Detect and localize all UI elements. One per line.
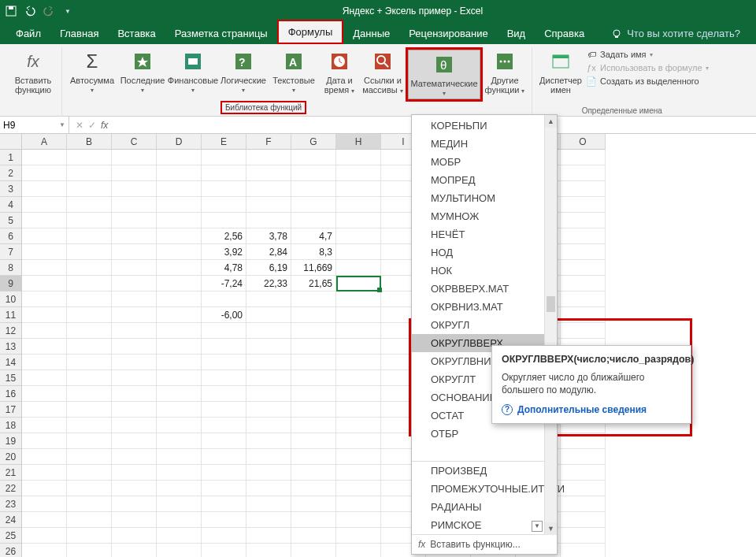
cell-G18[interactable] <box>291 418 336 433</box>
cell-D26[interactable] <box>157 544 202 557</box>
cell-G12[interactable] <box>291 323 336 339</box>
row-header-18[interactable]: 18 <box>0 418 22 433</box>
cell-F26[interactable] <box>246 544 291 557</box>
cell-E2[interactable] <box>202 165 246 181</box>
cell-O22[interactable] <box>561 481 606 496</box>
row-header-22[interactable]: 22 <box>0 481 22 496</box>
cell-A14[interactable] <box>22 355 67 370</box>
use-in-formula-button[interactable]: ƒxИспользовать в формуле ▾ <box>586 62 709 73</box>
cell-O10[interactable] <box>561 291 606 307</box>
cell-B23[interactable] <box>67 496 112 512</box>
name-manager-button[interactable]: Диспетчеримен <box>536 47 586 96</box>
cell-B24[interactable] <box>67 512 112 528</box>
row-header-4[interactable]: 4 <box>0 197 22 213</box>
cell-A6[interactable] <box>22 228 67 244</box>
cell-A11[interactable] <box>22 307 67 323</box>
cell-A5[interactable] <box>22 213 67 228</box>
cell-F15[interactable] <box>246 370 291 386</box>
cell-D11[interactable] <box>157 307 202 323</box>
cell-A1[interactable] <box>22 150 67 165</box>
cell-B9[interactable] <box>67 276 112 291</box>
cell-G16[interactable] <box>291 386 336 402</box>
cell-G2[interactable] <box>291 165 336 181</box>
cell-F16[interactable] <box>246 386 291 402</box>
cell-F13[interactable] <box>246 339 291 355</box>
cell-E17[interactable] <box>202 402 246 418</box>
cell-A22[interactable] <box>22 481 67 496</box>
tab-help[interactable]: Справка <box>535 23 594 44</box>
cell-H26[interactable] <box>336 544 381 557</box>
cell-C26[interactable] <box>112 544 157 557</box>
cell-H5[interactable] <box>336 213 381 228</box>
cell-H10[interactable] <box>336 291 381 307</box>
cell-H22[interactable] <box>336 481 381 496</box>
cell-C23[interactable] <box>112 496 157 512</box>
cell-H7[interactable] <box>336 244 381 260</box>
cell-B21[interactable] <box>67 465 112 481</box>
cell-G15[interactable] <box>291 370 336 386</box>
col-header-B[interactable]: B <box>67 134 112 150</box>
cell-D8[interactable] <box>157 260 202 276</box>
dropdown-item[interactable]: МОБР <box>412 153 557 171</box>
cell-C4[interactable] <box>112 197 157 213</box>
cell-E8[interactable]: 4,78 <box>202 260 246 276</box>
cell-A15[interactable] <box>22 370 67 386</box>
row-header-5[interactable]: 5 <box>0 213 22 228</box>
lookup-button[interactable]: Ссылки имассивы ▾ <box>360 47 406 102</box>
undo-icon[interactable] <box>24 5 36 17</box>
cell-H25[interactable] <box>336 528 381 544</box>
dropdown-item[interactable]: НОД <box>412 243 557 262</box>
cell-G5[interactable] <box>291 213 336 228</box>
save-icon[interactable] <box>5 5 17 17</box>
cell-D1[interactable] <box>157 150 202 165</box>
col-header-G[interactable]: G <box>291 134 336 150</box>
cell-O4[interactable] <box>561 197 606 213</box>
row-header-20[interactable]: 20 <box>0 449 22 465</box>
dropdown-item[interactable] <box>412 443 557 462</box>
recent-button[interactable]: Последние ▾ <box>117 47 168 102</box>
cell-C25[interactable] <box>112 528 157 544</box>
insert-function-button[interactable]: fx Вставитьфункцию <box>8 47 58 96</box>
cell-B20[interactable] <box>67 449 112 465</box>
col-header-E[interactable]: E <box>202 134 246 150</box>
cell-B14[interactable] <box>67 355 112 370</box>
cell-D25[interactable] <box>157 528 202 544</box>
cell-H8[interactable] <box>336 260 381 276</box>
cell-G24[interactable] <box>291 512 336 528</box>
financial-button[interactable]: Финансовые ▾ <box>168 47 218 102</box>
cell-H16[interactable] <box>336 386 381 402</box>
cell-H18[interactable] <box>336 418 381 433</box>
cell-O23[interactable] <box>561 496 606 512</box>
row-header-13[interactable]: 13 <box>0 339 22 355</box>
cell-F5[interactable] <box>246 213 291 228</box>
cell-B11[interactable] <box>67 307 112 323</box>
row-header-1[interactable]: 1 <box>0 150 22 165</box>
cell-H15[interactable] <box>336 370 381 386</box>
scroll-up-icon[interactable]: ▲ <box>545 115 557 128</box>
cell-H14[interactable] <box>336 355 381 370</box>
cell-C1[interactable] <box>112 150 157 165</box>
row-header-14[interactable]: 14 <box>0 355 22 370</box>
dropdown-item[interactable]: ПРОМЕЖУТОЧНЫЕ.ИТОГИ <box>412 480 557 498</box>
cell-D15[interactable] <box>157 370 202 386</box>
tab-view[interactable]: Вид <box>498 23 536 44</box>
cell-H17[interactable] <box>336 402 381 418</box>
cell-H1[interactable] <box>336 150 381 165</box>
row-header-2[interactable]: 2 <box>0 165 22 181</box>
cell-B17[interactable] <box>67 402 112 418</box>
cell-F14[interactable] <box>246 355 291 370</box>
cell-F20[interactable] <box>246 449 291 465</box>
name-box[interactable]: H9 ▼ <box>0 117 69 134</box>
cell-D2[interactable] <box>157 165 202 181</box>
cell-G10[interactable] <box>291 291 336 307</box>
tab-home[interactable]: Главная <box>50 23 108 44</box>
dropdown-item[interactable]: ПРОИЗВЕД <box>412 462 557 480</box>
cell-A9[interactable] <box>22 276 67 291</box>
col-header-F[interactable]: F <box>246 134 291 150</box>
cell-C22[interactable] <box>112 481 157 496</box>
cell-C10[interactable] <box>112 291 157 307</box>
cell-C12[interactable] <box>112 323 157 339</box>
cell-G22[interactable] <box>291 481 336 496</box>
fx-button-icon[interactable]: fx <box>101 120 108 131</box>
dropdown-item[interactable]: ОКРВНИЗ.МАТ <box>412 298 557 316</box>
